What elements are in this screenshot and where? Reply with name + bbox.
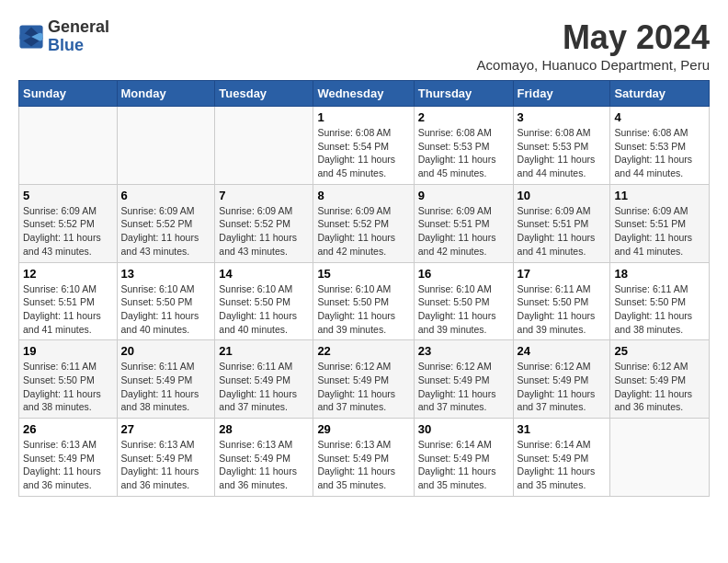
calendar-header-row: SundayMondayTuesdayWednesdayThursdayFrid… (19, 81, 710, 107)
calendar-cell: 18Sunrise: 6:11 AM Sunset: 5:50 PM Dayli… (610, 262, 710, 340)
day-detail: Sunrise: 6:10 AM Sunset: 5:50 PM Dayligh… (219, 282, 309, 337)
day-number: 9 (418, 189, 509, 202)
col-header-friday: Friday (513, 81, 610, 107)
col-header-wednesday: Wednesday (313, 81, 414, 107)
calendar-cell: 6Sunrise: 6:09 AM Sunset: 5:52 PM Daylig… (117, 184, 215, 262)
day-number: 25 (614, 344, 705, 358)
calendar-cell: 27Sunrise: 6:13 AM Sunset: 5:49 PM Dayli… (117, 419, 215, 497)
day-number: 16 (418, 267, 509, 281)
calendar-cell: 13Sunrise: 6:10 AM Sunset: 5:50 PM Dayli… (117, 262, 215, 340)
day-detail: Sunrise: 6:11 AM Sunset: 5:50 PM Dayligh… (23, 360, 113, 414)
calendar-week-row: 1Sunrise: 6:08 AM Sunset: 5:54 PM Daylig… (19, 107, 710, 185)
calendar-cell (19, 107, 118, 185)
calendar-cell: 16Sunrise: 6:10 AM Sunset: 5:50 PM Dayli… (414, 262, 513, 340)
day-number: 15 (317, 267, 409, 281)
calendar-cell: 19Sunrise: 6:11 AM Sunset: 5:50 PM Dayli… (19, 340, 118, 419)
day-detail: Sunrise: 6:12 AM Sunset: 5:49 PM Dayligh… (614, 360, 705, 414)
day-detail: Sunrise: 6:13 AM Sunset: 5:49 PM Dayligh… (23, 438, 113, 492)
col-header-tuesday: Tuesday (215, 81, 313, 107)
day-detail: Sunrise: 6:12 AM Sunset: 5:49 PM Dayligh… (418, 360, 509, 414)
calendar-cell: 24Sunrise: 6:12 AM Sunset: 5:49 PM Dayli… (513, 340, 610, 419)
day-number: 27 (121, 422, 211, 436)
day-number: 4 (614, 110, 705, 124)
calendar-week-row: 5Sunrise: 6:09 AM Sunset: 5:52 PM Daylig… (19, 184, 710, 262)
logo-text: General Blue (48, 18, 109, 55)
day-detail: Sunrise: 6:10 AM Sunset: 5:51 PM Dayligh… (23, 282, 113, 337)
day-number: 7 (219, 189, 309, 202)
day-number: 17 (518, 267, 607, 281)
day-number: 30 (418, 422, 509, 436)
location-subtitle: Acomayo, Huanuco Department, Peru (477, 57, 710, 73)
calendar-week-row: 19Sunrise: 6:11 AM Sunset: 5:50 PM Dayli… (19, 340, 710, 419)
calendar-week-row: 26Sunrise: 6:13 AM Sunset: 5:49 PM Dayli… (19, 419, 710, 497)
day-number: 8 (317, 189, 409, 202)
day-number: 14 (219, 267, 309, 281)
day-number: 18 (614, 267, 705, 281)
day-number: 31 (518, 422, 607, 436)
calendar-cell: 25Sunrise: 6:12 AM Sunset: 5:49 PM Dayli… (610, 340, 710, 419)
calendar-cell: 3Sunrise: 6:08 AM Sunset: 5:53 PM Daylig… (513, 107, 610, 185)
day-detail: Sunrise: 6:13 AM Sunset: 5:49 PM Dayligh… (317, 438, 409, 492)
calendar-cell: 28Sunrise: 6:13 AM Sunset: 5:49 PM Dayli… (215, 419, 313, 497)
day-number: 26 (23, 422, 113, 436)
day-number: 29 (317, 422, 409, 436)
day-detail: Sunrise: 6:10 AM Sunset: 5:50 PM Dayligh… (317, 282, 409, 337)
day-detail: Sunrise: 6:11 AM Sunset: 5:49 PM Dayligh… (121, 360, 211, 414)
day-number: 21 (219, 344, 309, 358)
day-detail: Sunrise: 6:10 AM Sunset: 5:50 PM Dayligh… (418, 282, 509, 337)
day-detail: Sunrise: 6:10 AM Sunset: 5:50 PM Dayligh… (121, 282, 211, 337)
calendar-cell: 17Sunrise: 6:11 AM Sunset: 5:50 PM Dayli… (513, 262, 610, 340)
calendar-cell: 5Sunrise: 6:09 AM Sunset: 5:52 PM Daylig… (19, 184, 118, 262)
col-header-monday: Monday (117, 81, 215, 107)
day-detail: Sunrise: 6:12 AM Sunset: 5:49 PM Dayligh… (317, 360, 409, 414)
logo-blue-text: Blue (48, 37, 109, 55)
calendar-cell: 1Sunrise: 6:08 AM Sunset: 5:54 PM Daylig… (313, 107, 414, 185)
day-detail: Sunrise: 6:09 AM Sunset: 5:52 PM Dayligh… (219, 204, 309, 259)
day-number: 2 (418, 110, 509, 124)
calendar-cell (610, 419, 710, 497)
calendar-cell: 4Sunrise: 6:08 AM Sunset: 5:53 PM Daylig… (610, 107, 710, 185)
title-block: May 2024 Acomayo, Huanuco Department, Pe… (477, 18, 710, 73)
day-number: 5 (23, 189, 113, 202)
calendar-cell: 12Sunrise: 6:10 AM Sunset: 5:51 PM Dayli… (19, 262, 118, 340)
day-detail: Sunrise: 6:09 AM Sunset: 5:52 PM Dayligh… (317, 204, 409, 259)
day-number: 6 (121, 189, 211, 202)
day-number: 20 (121, 344, 211, 358)
col-header-saturday: Saturday (610, 81, 710, 107)
day-number: 13 (121, 267, 211, 281)
day-detail: Sunrise: 6:13 AM Sunset: 5:49 PM Dayligh… (219, 438, 309, 492)
day-number: 19 (23, 344, 113, 358)
day-number: 3 (518, 110, 607, 124)
calendar-cell: 29Sunrise: 6:13 AM Sunset: 5:49 PM Dayli… (313, 419, 414, 497)
calendar-week-row: 12Sunrise: 6:10 AM Sunset: 5:51 PM Dayli… (19, 262, 710, 340)
calendar-cell (117, 107, 215, 185)
day-number: 22 (317, 344, 409, 358)
day-detail: Sunrise: 6:08 AM Sunset: 5:53 PM Dayligh… (614, 126, 705, 180)
day-detail: Sunrise: 6:09 AM Sunset: 5:52 PM Dayligh… (23, 204, 113, 259)
month-year-title: May 2024 (477, 18, 710, 57)
day-detail: Sunrise: 6:09 AM Sunset: 5:52 PM Dayligh… (121, 204, 211, 259)
calendar-cell: 23Sunrise: 6:12 AM Sunset: 5:49 PM Dayli… (414, 340, 513, 419)
day-number: 1 (317, 110, 409, 124)
calendar-cell: 9Sunrise: 6:09 AM Sunset: 5:51 PM Daylig… (414, 184, 513, 262)
calendar-table: SundayMondayTuesdayWednesdayThursdayFrid… (18, 80, 710, 497)
calendar-cell: 21Sunrise: 6:11 AM Sunset: 5:49 PM Dayli… (215, 340, 313, 419)
day-number: 10 (518, 189, 607, 202)
day-detail: Sunrise: 6:11 AM Sunset: 5:50 PM Dayligh… (614, 282, 705, 337)
calendar-cell (215, 107, 313, 185)
day-detail: Sunrise: 6:08 AM Sunset: 5:53 PM Dayligh… (518, 126, 607, 180)
calendar-cell: 7Sunrise: 6:09 AM Sunset: 5:52 PM Daylig… (215, 184, 313, 262)
day-number: 12 (23, 267, 113, 281)
calendar-cell: 22Sunrise: 6:12 AM Sunset: 5:49 PM Dayli… (313, 340, 414, 419)
logo-general-text: General (48, 18, 109, 37)
day-detail: Sunrise: 6:12 AM Sunset: 5:49 PM Dayligh… (518, 360, 607, 414)
col-header-sunday: Sunday (19, 81, 118, 107)
calendar-cell: 31Sunrise: 6:14 AM Sunset: 5:49 PM Dayli… (513, 419, 610, 497)
day-detail: Sunrise: 6:14 AM Sunset: 5:49 PM Dayligh… (518, 438, 607, 492)
day-number: 28 (219, 422, 309, 436)
day-detail: Sunrise: 6:09 AM Sunset: 5:51 PM Dayligh… (614, 204, 705, 259)
day-detail: Sunrise: 6:09 AM Sunset: 5:51 PM Dayligh… (518, 204, 607, 259)
day-number: 24 (518, 344, 607, 358)
col-header-thursday: Thursday (414, 81, 513, 107)
day-detail: Sunrise: 6:11 AM Sunset: 5:50 PM Dayligh… (518, 282, 607, 337)
